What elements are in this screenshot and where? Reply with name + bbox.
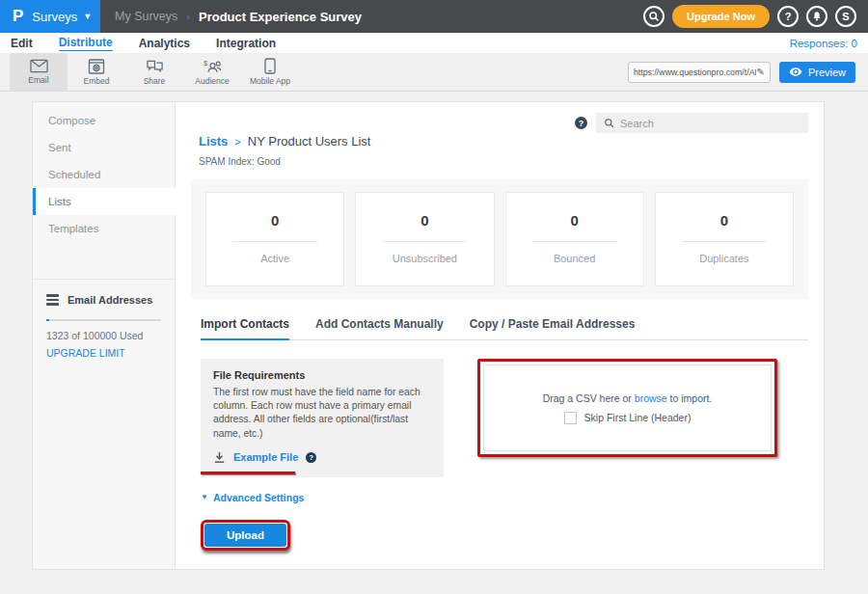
search-icon xyxy=(648,11,660,22)
stat-value: 0 xyxy=(506,212,643,229)
distribute-toolbar: Email Embed Share $ Audience Mobile App … xyxy=(0,53,868,92)
stat-label: Duplicates xyxy=(656,253,793,264)
audience-icon: $ xyxy=(203,59,222,74)
notifications-button[interactable] xyxy=(806,6,827,27)
embed-icon xyxy=(88,59,105,74)
stat-label: Unsubscribed xyxy=(356,253,493,264)
browse-link[interactable]: browse xyxy=(635,392,667,404)
top-breadcrumb: My Surveys › Product Experience Survey xyxy=(100,0,643,33)
breadcrumb-survey-title: Product Experience Survey xyxy=(199,10,362,24)
tab-integration[interactable]: Integration xyxy=(216,37,276,50)
tool-email-label: Email xyxy=(28,75,48,85)
bell-icon xyxy=(811,11,823,22)
contacts-tabs: Import Contacts Add Contacts Manually Co… xyxy=(201,317,808,340)
stat-card-bounced: 0 Bounced xyxy=(505,192,644,286)
questionpro-logo: P xyxy=(13,7,23,26)
chevron-down-icon: ▼ xyxy=(201,493,208,501)
product-menu-label: Surveys xyxy=(32,10,77,24)
advanced-settings-label: Advanced Settings xyxy=(213,492,305,503)
list-help-button[interactable]: ? xyxy=(575,117,587,129)
email-usage-progressbar xyxy=(46,319,161,321)
upgrade-limit-link[interactable]: UPGRADE LIMIT xyxy=(46,347,161,359)
advanced-settings-toggle[interactable]: ▼ Advanced Settings xyxy=(201,492,808,503)
tool-embed-label: Embed xyxy=(84,76,110,86)
example-file-row: Example File ? xyxy=(213,451,431,464)
svg-text:$: $ xyxy=(203,59,208,68)
email-usage-fill xyxy=(46,319,49,321)
email-sidebar: Compose Sent Scheduled Lists Templates E… xyxy=(33,102,176,569)
stat-label: Bounced xyxy=(506,253,643,264)
skip-first-line-row: Skip First Line (Header) xyxy=(564,412,692,424)
upgrade-now-button[interactable]: Upgrade Now xyxy=(672,5,770,28)
tool-embed[interactable]: Embed xyxy=(68,53,125,91)
list-stats: 0 Active 0 Unsubscribed 0 Bounced 0 xyxy=(191,179,808,299)
help-button[interactable]: ? xyxy=(777,6,799,27)
toolbar-right: ✎ Preview xyxy=(628,53,868,91)
contact-search-input[interactable] xyxy=(620,118,800,129)
sidebar-nav: Compose Sent Scheduled Lists Templates xyxy=(33,102,175,242)
tab-add-contacts-manually[interactable]: Add Contacts Manually xyxy=(315,317,444,339)
stat-value: 0 xyxy=(656,212,793,229)
surveys-menu[interactable]: P Surveys ▼ xyxy=(0,0,100,33)
annotation-box-dropzone: Drag a CSV here or browse to import. Ski… xyxy=(477,359,777,457)
stat-card-duplicates: 0 Duplicates xyxy=(655,192,794,286)
sidebar-item-lists[interactable]: Lists xyxy=(33,188,176,215)
sidebar-item-scheduled[interactable]: Scheduled xyxy=(33,161,175,188)
breadcrumb-list-name: NY Product Users List xyxy=(248,134,371,148)
tab-edit[interactable]: Edit xyxy=(11,37,33,50)
list-detail-main: ? Lists > NY Product Users List SPAM Ind… xyxy=(176,102,824,569)
spam-index-label: SPAM Index: Good xyxy=(191,156,808,167)
search-row: ? xyxy=(191,113,808,133)
skip-first-line-label: Skip First Line (Header) xyxy=(584,412,692,423)
sidebar-item-compose[interactable]: Compose xyxy=(33,107,175,134)
sidebar-item-templates[interactable]: Templates xyxy=(33,215,175,242)
search-icon xyxy=(604,118,614,128)
tab-distribute[interactable]: Distribute xyxy=(59,36,113,51)
list-lines-icon xyxy=(46,294,59,306)
example-file-help-icon[interactable]: ? xyxy=(306,452,316,463)
dropzone-text: Drag a CSV here or browse to import. xyxy=(543,392,713,404)
user-avatar[interactable]: S xyxy=(835,6,856,27)
tool-audience[interactable]: $ Audience xyxy=(183,53,241,91)
skip-first-line-checkbox[interactable] xyxy=(564,412,577,424)
tab-copy-paste-email-addresses[interactable]: Copy / Paste Email Addresses xyxy=(470,317,636,339)
edit-url-icon[interactable]: ✎ xyxy=(756,67,764,77)
upload-button[interactable]: Upload xyxy=(204,524,286,547)
tool-mobile-app[interactable]: Mobile App xyxy=(241,53,299,91)
annotation-box-upload: Upload xyxy=(201,520,290,551)
responses-count-link[interactable]: Responses: 0 xyxy=(790,38,857,49)
stat-value: 0 xyxy=(356,212,493,229)
survey-url-input[interactable] xyxy=(634,68,757,77)
content-panel: Compose Sent Scheduled Lists Templates E… xyxy=(32,101,825,570)
tool-share-label: Share xyxy=(144,76,166,86)
tab-import-contacts[interactable]: Import Contacts xyxy=(201,317,289,340)
tool-share[interactable]: Share xyxy=(125,53,183,91)
email-addresses-title: Email Addresses xyxy=(68,294,152,306)
tool-mobile-app-label: Mobile App xyxy=(250,76,290,86)
tool-email[interactable]: Email xyxy=(10,53,68,91)
breadcrumb-arrow: > xyxy=(234,136,240,148)
stat-card-unsubscribed: 0 Unsubscribed xyxy=(355,192,494,286)
search-button[interactable] xyxy=(643,6,665,27)
file-requirements-title: File Requirements xyxy=(213,369,431,381)
question-icon: ? xyxy=(785,11,792,22)
list-breadcrumb: Lists > NY Product Users List xyxy=(191,134,808,148)
breadcrumb-lists-link[interactable]: Lists xyxy=(199,134,228,148)
preview-label: Preview xyxy=(808,67,846,78)
email-addresses-section: Email Addresses 1323 of 100000 Used UPGR… xyxy=(33,280,175,373)
stat-value: 0 xyxy=(206,212,343,229)
sidebar-item-sent[interactable]: Sent xyxy=(33,134,175,161)
tab-analytics[interactable]: Analytics xyxy=(139,37,190,50)
avatar-initial: S xyxy=(842,11,849,22)
import-contacts-panel: File Requirements The first row must hav… xyxy=(201,359,808,477)
stat-card-active: 0 Active xyxy=(205,192,344,286)
annotation-underline xyxy=(201,472,295,474)
survey-url-box: ✎ xyxy=(628,62,771,83)
preview-button[interactable]: Preview xyxy=(779,62,855,83)
example-file-link[interactable]: Example File xyxy=(233,451,298,463)
tool-audience-label: Audience xyxy=(195,76,229,86)
csv-dropzone[interactable]: Drag a CSV here or browse to import. Ski… xyxy=(483,364,772,451)
channel-tools: Email Embed Share $ Audience Mobile App xyxy=(0,53,299,91)
page-body: Compose Sent Scheduled Lists Templates E… xyxy=(0,92,868,570)
breadcrumb-my-surveys[interactable]: My Surveys xyxy=(115,10,177,23)
